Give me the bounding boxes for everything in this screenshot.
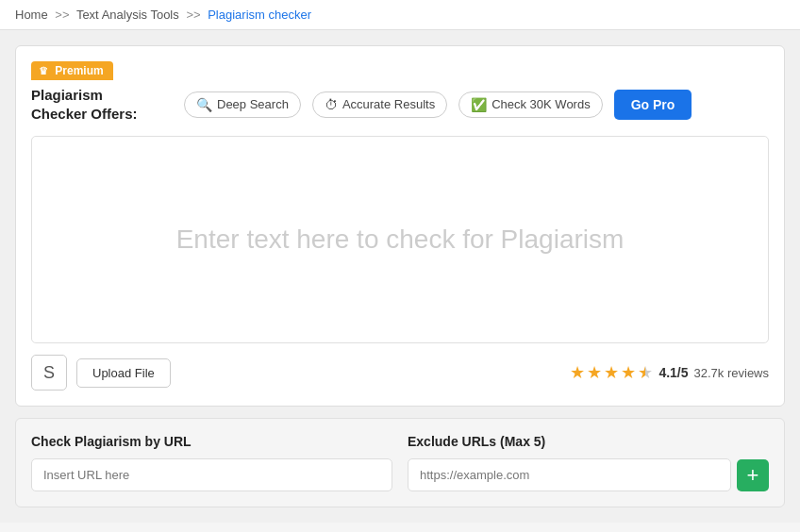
exclude-url-input[interactable] (408, 458, 731, 491)
stars: ★ ★ ★ ★ ★ (570, 362, 653, 383)
feature-deep-search-label: Deep Search (217, 97, 289, 111)
action-left: S Upload File (31, 355, 171, 391)
tool-card: Premium Plagiarism Checker Offers: 🔍 Dee… (15, 45, 785, 407)
breadcrumb-home[interactable]: Home (15, 8, 48, 22)
rating-value: 4.1/5 (658, 365, 688, 380)
breadcrumb-tools[interactable]: Text Analysis Tools (76, 8, 179, 22)
checker-title: Plagiarism Checker Offers: (31, 86, 173, 123)
text-input-area[interactable]: Enter text here to check for Plagiarism (31, 136, 769, 343)
format-icon: S (43, 363, 55, 383)
feature-accurate-label: Accurate Results (342, 97, 435, 111)
star-4: ★ (621, 362, 636, 383)
rating-row: ★ ★ ★ ★ ★ 4.1/5 32.7k reviews (570, 362, 769, 383)
exclude-url-col: Exclude URLs (Max 5) + (408, 434, 769, 491)
feature-30k-label: Check 30K Words (492, 97, 591, 111)
check-circle-icon: ✅ (471, 97, 487, 112)
premium-badge: Premium (31, 61, 113, 80)
search-icon: 🔍 (196, 97, 212, 112)
star-2: ★ (587, 362, 602, 383)
add-url-button[interactable]: + (737, 459, 769, 491)
breadcrumb-sep2: >> (186, 8, 200, 22)
check-url-col: Check Plagiarism by URL (31, 434, 392, 491)
reviews-count: 32.7k reviews (694, 366, 769, 380)
check-url-input[interactable] (31, 458, 392, 491)
star-3: ★ (604, 362, 619, 383)
action-row: S Upload File ★ ★ ★ ★ ★ 4.1/5 32.7k revi… (31, 355, 769, 391)
feature-row: Plagiarism Checker Offers: 🔍 Deep Search… (31, 86, 769, 123)
url-section: Check Plagiarism by URL Exclude URLs (Ma… (15, 418, 785, 507)
star-half: ★ (638, 362, 653, 383)
exclude-url-row: + (408, 458, 769, 491)
upload-file-button[interactable]: Upload File (76, 358, 171, 388)
breadcrumb-current: Plagiarism checker (208, 8, 311, 22)
feature-tag-accurate: ⏱ Accurate Results (312, 91, 447, 118)
clock-icon: ⏱ (325, 97, 338, 112)
text-format-icon-button[interactable]: S (31, 355, 67, 391)
breadcrumb: Home >> Text Analysis Tools >> Plagiaris… (0, 0, 800, 30)
feature-tag-deep-search: 🔍 Deep Search (184, 91, 301, 118)
feature-tag-30k: ✅ Check 30K Words (458, 91, 603, 118)
exclude-url-label: Exclude URLs (Max 5) (408, 434, 769, 449)
main-container: Premium Plagiarism Checker Offers: 🔍 Dee… (0, 30, 800, 523)
breadcrumb-sep1: >> (55, 8, 69, 22)
star-1: ★ (570, 362, 585, 383)
text-placeholder: Enter text here to check for Plagiarism (158, 202, 643, 276)
premium-label: Premium (55, 64, 103, 77)
go-pro-button[interactable]: Go Pro (614, 90, 692, 120)
check-url-label: Check Plagiarism by URL (31, 434, 392, 449)
